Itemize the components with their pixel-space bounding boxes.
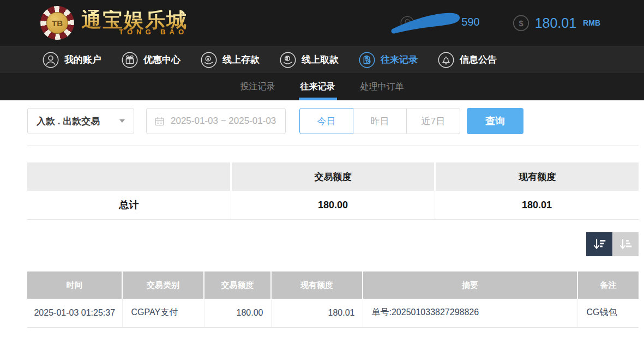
transaction-type-value: 入款 . 出款交易 xyxy=(37,115,100,128)
filter-row: 入款 . 出款交易 2025-01-03 ~ 2025-01-03 今日 昨日 … xyxy=(27,108,639,134)
cell-amount: 180.00 xyxy=(204,299,271,327)
search-button[interactable]: 查询 xyxy=(467,108,523,134)
col-header-type: 交易类别 xyxy=(122,271,204,299)
table-row: 2025-01-03 01:25:37 CGPAY支付 180.00 180.0… xyxy=(27,299,639,327)
quick-date-group: 今日 昨日 近7日 xyxy=(299,108,460,134)
transaction-type-select[interactable]: 入款 . 出款交易 xyxy=(27,108,134,134)
records-subnav: 投注记录 往来记录 处理中订单 xyxy=(0,73,644,100)
header-right: 590 $ 180.01 RMB xyxy=(394,10,600,35)
cell-summary: 单号:202501033827298826 xyxy=(363,299,577,327)
sort-desc-icon xyxy=(592,237,607,252)
col-header-note: 备注 xyxy=(577,271,639,299)
summary-header-row: 交易额度 现有额度 xyxy=(27,162,639,191)
nav-label: 线上存款 xyxy=(222,53,260,66)
summary-total-label: 总计 xyxy=(27,191,231,219)
withdraw-icon xyxy=(280,52,296,68)
nav-item-deposit[interactable]: 线上存款 xyxy=(201,52,260,68)
tab-label: 往来记录 xyxy=(300,81,335,93)
nav-item-transaction-records[interactable]: 往来记录 xyxy=(359,52,418,68)
transactions-table: 时间 交易类别 交易额度 现有额度 摘要 备注 2025-01-03 01:25… xyxy=(27,271,639,328)
tab-label: 投注记录 xyxy=(240,81,275,93)
user-circle-icon xyxy=(43,52,59,68)
col-header-time: 时间 xyxy=(27,271,122,299)
balance-amount: 180.01 xyxy=(535,15,576,31)
redaction-scribble xyxy=(389,12,469,35)
col-header-balance: 现有额度 xyxy=(271,271,363,299)
cell-type: CGPAY支付 xyxy=(122,299,204,327)
main-nav: 我的账户 优惠中心 线上存款 线上取款 往来记录 xyxy=(0,46,644,73)
sort-controls xyxy=(27,232,639,256)
dollar-coin-icon: $ xyxy=(513,15,529,32)
logo-text: 通宝娱乐城 TONG BAO xyxy=(81,10,188,37)
nav-item-my-account[interactable]: 我的账户 xyxy=(43,52,101,68)
nav-item-announcements[interactable]: 信息公告 xyxy=(438,52,497,68)
nav-label: 线上取款 xyxy=(302,53,339,66)
svg-text:$: $ xyxy=(519,19,523,27)
gift-icon xyxy=(122,52,138,68)
summary-header-trade: 交易额度 xyxy=(230,162,435,191)
cell-note: CG钱包 xyxy=(577,299,639,327)
summary-balance-total: 180.01 xyxy=(435,191,639,219)
tab-label: 处理中订单 xyxy=(360,81,404,93)
bell-icon xyxy=(438,52,454,68)
summary-header-balance: 现有额度 xyxy=(434,162,639,191)
sort-descending-button[interactable] xyxy=(586,232,612,256)
main-content: 入款 . 出款交易 2025-01-03 ~ 2025-01-03 今日 昨日 … xyxy=(0,100,644,328)
records-icon xyxy=(359,52,375,68)
summary-header-empty xyxy=(27,162,230,191)
quick-yesterday-button[interactable]: 昨日 xyxy=(353,108,407,134)
date-range-value: 2025-01-03 ~ 2025-01-03 xyxy=(171,116,276,126)
calendar-icon xyxy=(154,116,165,126)
table-header-row: 时间 交易类别 交易额度 现有额度 摘要 备注 xyxy=(27,271,639,299)
sort-ascending-button[interactable] xyxy=(612,232,639,256)
summary-total-row: 总计 180.00 180.01 xyxy=(27,191,639,220)
balance-display[interactable]: $ 180.01 RMB xyxy=(513,15,600,32)
tab-betting-records[interactable]: 投注记录 xyxy=(240,73,275,100)
top-header: TB 通宝娱乐城 TONG BAO 590 xyxy=(0,0,644,46)
tab-transaction-records[interactable]: 往来记录 xyxy=(300,73,335,100)
casino-chip-logo-icon: TB xyxy=(40,6,74,40)
nav-item-promotions[interactable]: 优惠中心 xyxy=(122,52,180,68)
summary-trade-total: 180.00 xyxy=(231,191,435,219)
col-header-amount: 交易额度 xyxy=(204,271,271,299)
sort-asc-icon xyxy=(618,237,633,252)
caret-down-icon xyxy=(119,119,125,123)
nav-label: 我的账户 xyxy=(64,53,101,66)
balance-currency: RMB xyxy=(583,19,600,27)
cell-time: 2025-01-03 01:25:37 xyxy=(27,299,122,327)
nav-item-withdraw[interactable]: 线上取款 xyxy=(280,52,339,68)
site-subtitle: TONG BAO xyxy=(81,28,188,36)
chip-monogram: TB xyxy=(46,12,68,34)
quick-last7days-button[interactable]: 近7日 xyxy=(406,108,460,134)
col-header-summary: 摘要 xyxy=(363,271,577,299)
deposit-icon xyxy=(201,52,217,68)
section-divider xyxy=(27,146,639,146)
nav-label: 往来记录 xyxy=(381,53,418,66)
site-logo[interactable]: TB 通宝娱乐城 TONG BAO xyxy=(40,6,188,40)
cell-balance: 180.01 xyxy=(271,299,363,327)
nav-label: 信息公告 xyxy=(460,53,497,66)
username-display[interactable]: 590 xyxy=(394,10,481,35)
tab-pending-orders[interactable]: 处理中订单 xyxy=(360,73,404,100)
summary-table: 交易额度 现有额度 总计 180.00 180.01 xyxy=(27,162,639,220)
quick-today-button[interactable]: 今日 xyxy=(299,108,353,134)
date-range-input[interactable]: 2025-01-03 ~ 2025-01-03 xyxy=(146,108,286,134)
nav-label: 优惠中心 xyxy=(143,53,180,66)
